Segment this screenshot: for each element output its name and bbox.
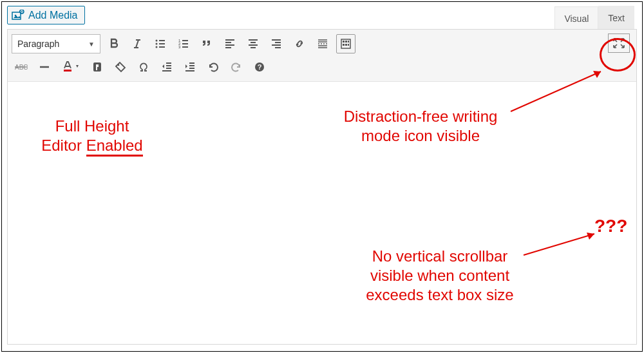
- svg-text:3: 3: [178, 45, 181, 49]
- strikethrough-icon: ABC: [14, 61, 28, 73]
- add-media-label: Add Media: [28, 9, 78, 21]
- annotation-text: mode icon visible: [324, 126, 517, 146]
- align-right-icon: [270, 38, 282, 50]
- tab-text[interactable]: Text: [598, 6, 634, 29]
- media-icon: [12, 10, 24, 21]
- clear-formatting-icon: [91, 61, 103, 73]
- annotation-full-height: Full Height Editor Enabled: [21, 117, 163, 155]
- svg-point-6: [156, 46, 158, 48]
- align-left-icon: [224, 38, 236, 50]
- blockquote-icon: [201, 38, 213, 50]
- special-char-button[interactable]: [134, 57, 153, 77]
- redo-icon: [231, 61, 242, 73]
- read-more-button[interactable]: [313, 34, 332, 53]
- toolbar-toggle-icon: [340, 38, 352, 50]
- clear-formatting-button[interactable]: [88, 57, 107, 77]
- bold-button[interactable]: [104, 34, 124, 53]
- svg-text:?: ?: [258, 63, 262, 71]
- hr-button[interactable]: [35, 57, 54, 77]
- bold-icon: [108, 38, 120, 50]
- editor-container: Paragraph ▼ 123: [7, 29, 637, 345]
- redo-button[interactable]: [227, 57, 246, 77]
- chevron-down-icon: ▼: [88, 41, 95, 48]
- svg-point-3: [21, 11, 23, 12]
- number-list-button[interactable]: 123: [174, 34, 193, 53]
- editor-toolbar: Paragraph ▼ 123: [8, 30, 636, 82]
- align-center-icon: [247, 38, 259, 50]
- svg-rect-13: [348, 41, 349, 43]
- italic-button[interactable]: [128, 34, 147, 53]
- outdent-button[interactable]: [157, 57, 176, 77]
- editor-top-row: Add Media Visual Text: [2, 2, 642, 29]
- annotation-text: Editor: [41, 137, 86, 154]
- horizontal-rule-icon: [39, 61, 50, 73]
- link-icon: [294, 38, 305, 50]
- toolbar-toggle-button[interactable]: [336, 34, 355, 53]
- annotation-text: Enabled: [86, 137, 143, 157]
- svg-point-5: [156, 43, 158, 45]
- align-right-button[interactable]: [267, 34, 286, 53]
- link-button[interactable]: [290, 34, 309, 53]
- bullet-list-icon: [155, 38, 166, 50]
- svg-rect-12: [345, 41, 347, 43]
- undo-icon: [207, 61, 219, 73]
- toolbar-row-1: Paragraph ▼ 123: [12, 32, 632, 55]
- indent-button[interactable]: [180, 57, 200, 77]
- blockquote-button[interactable]: [197, 34, 216, 53]
- svg-rect-15: [345, 44, 347, 46]
- annotation-distraction-free: Distraction-free writing mode icon visib…: [324, 107, 517, 146]
- outdent-icon: [161, 61, 173, 73]
- read-more-icon: [317, 38, 328, 50]
- annotation-text: No vertical scrollbar: [350, 247, 530, 266]
- svg-rect-11: [343, 41, 345, 43]
- format-dropdown[interactable]: Paragraph ▼: [12, 34, 100, 53]
- number-list-icon: 123: [178, 38, 189, 50]
- svg-rect-16: [348, 44, 349, 46]
- editor-mode-tabs: Visual Text: [554, 6, 634, 29]
- tag-button[interactable]: [111, 57, 130, 77]
- svg-point-20: [118, 64, 120, 66]
- svg-rect-14: [343, 44, 345, 46]
- help-icon: ?: [254, 61, 265, 73]
- svg-point-4: [156, 40, 158, 42]
- add-media-button[interactable]: Add Media: [7, 6, 85, 24]
- annotation-text: Full Height: [21, 117, 163, 136]
- italic-icon: [131, 38, 143, 50]
- annotation-text: visible when content: [350, 266, 530, 285]
- annotation-no-scrollbar: No vertical scrollbar visible when conte…: [350, 247, 530, 305]
- indent-icon: [184, 61, 196, 73]
- special-char-icon: [138, 61, 149, 73]
- price-tag-icon: [115, 61, 126, 73]
- format-dropdown-label: Paragraph: [17, 39, 59, 49]
- annotation-circle: [600, 38, 636, 72]
- annotation-text: Distraction-free writing: [324, 107, 517, 126]
- align-left-button[interactable]: [220, 34, 240, 53]
- align-center-button[interactable]: [243, 34, 263, 53]
- text-color-icon: [61, 61, 80, 73]
- undo-button[interactable]: [204, 57, 223, 77]
- annotation-text: exceeds text box size: [350, 285, 530, 305]
- toolbar-row-2: ABC: [12, 55, 632, 79]
- bullet-list-button[interactable]: [151, 34, 170, 53]
- help-button[interactable]: ?: [250, 57, 269, 77]
- svg-rect-18: [64, 70, 71, 72]
- text-color-button[interactable]: [58, 57, 84, 77]
- annotation-question-marks: ???: [594, 216, 627, 236]
- strikethrough-button[interactable]: ABC: [12, 57, 31, 77]
- tab-visual[interactable]: Visual: [554, 6, 598, 30]
